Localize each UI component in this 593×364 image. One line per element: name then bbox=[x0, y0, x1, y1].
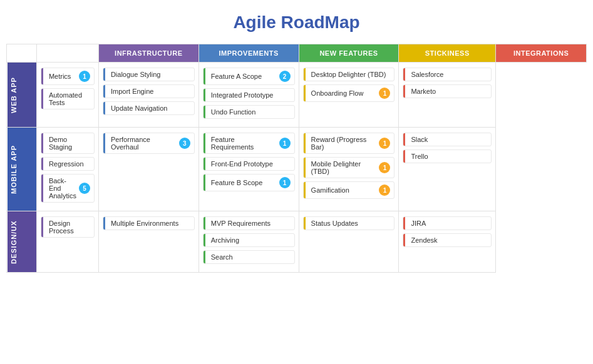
card[interactable]: Slack bbox=[403, 133, 492, 146]
card-text: MVP Requirements bbox=[207, 220, 291, 227]
card[interactable]: Mobile Delighter (TBD)1 bbox=[303, 157, 395, 178]
col-header-integrations: INTEGRATIONS bbox=[496, 44, 587, 63]
card-text: Desktop Delighter (TBD) bbox=[307, 71, 391, 78]
card-badge: 5 bbox=[79, 183, 90, 194]
card-text: Gamification bbox=[307, 186, 377, 194]
cell-web-app-improvements: Dialogue StylingImport EngineUpdate Navi… bbox=[98, 63, 199, 128]
card-badge: 3 bbox=[179, 138, 190, 149]
card[interactable]: JIRA bbox=[403, 216, 492, 230]
cell-mobile-app-integrations: SlackTrello bbox=[399, 128, 496, 211]
card-badge: 2 bbox=[279, 71, 291, 82]
cell-mobile-app-infrastructure: Demo StagingRegressionBack-End Analytics… bbox=[36, 128, 98, 211]
row-design-ux: DESIGN/UXDesign ProcessMultiple Environm… bbox=[7, 211, 587, 273]
corner-cell bbox=[7, 44, 37, 63]
card[interactable]: Desktop Delighter (TBD) bbox=[303, 68, 395, 81]
card-text: Reward (Progress Bar) bbox=[307, 136, 377, 151]
cell-web-app-stickiness: Desktop Delighter (TBD)Onboarding Flow1 bbox=[299, 63, 399, 128]
card[interactable]: Multiple Environments bbox=[103, 216, 195, 230]
card[interactable]: Automated Tests bbox=[41, 88, 95, 109]
card[interactable]: Design Process bbox=[41, 216, 95, 238]
card-text: Salesforce bbox=[407, 71, 487, 78]
card-text: Search bbox=[207, 253, 291, 261]
card[interactable]: Back-End Analytics5 bbox=[41, 174, 95, 203]
page-title: Agile RoadMap bbox=[6, 13, 587, 33]
card[interactable]: Zendesk bbox=[403, 233, 492, 247]
card[interactable]: Salesforce bbox=[403, 68, 492, 81]
card-text: Zendesk bbox=[407, 236, 487, 244]
cell-design-ux-new_features: MVP RequirementsArchivingSearch bbox=[199, 211, 299, 273]
card-text: Trello bbox=[407, 153, 487, 160]
cell-design-ux-infrastructure: Design Process bbox=[36, 211, 98, 273]
card-text: Dialogue Styling bbox=[107, 71, 190, 78]
card-text: Integrated Prototype bbox=[207, 91, 291, 99]
cell-web-app-integrations: SalesforceMarketo bbox=[399, 63, 496, 128]
card[interactable]: MVP Requirements bbox=[203, 216, 295, 230]
card[interactable]: Regression bbox=[41, 157, 95, 171]
cell-design-ux-improvements: Multiple Environments bbox=[98, 211, 199, 273]
card-text: Feature A Scope bbox=[207, 73, 277, 80]
cell-design-ux-stickiness: Status Updates bbox=[299, 211, 399, 273]
cell-design-ux-integrations: JIRAZendesk bbox=[399, 211, 496, 273]
card-badge: 1 bbox=[379, 162, 390, 173]
card-badge: 1 bbox=[279, 138, 291, 149]
card[interactable]: Marketo bbox=[403, 84, 492, 98]
card-text: Front-End Prototype bbox=[207, 160, 291, 168]
row-label-web-app: WEB APP bbox=[7, 63, 37, 128]
card-text: Mobile Delighter (TBD) bbox=[307, 160, 377, 175]
card-text: JIRA bbox=[407, 220, 487, 227]
card-text: Regression bbox=[45, 160, 90, 168]
col-header-new-features: NEW FEATURES bbox=[299, 44, 399, 63]
card[interactable]: Update Navigation bbox=[103, 101, 195, 115]
card[interactable]: Integrated Prototype bbox=[203, 88, 295, 102]
cell-mobile-app-new_features: Feature Requirements1Front-End Prototype… bbox=[199, 128, 299, 211]
card-text: Automated Tests bbox=[45, 91, 90, 106]
card[interactable]: Search bbox=[203, 250, 295, 264]
card-text: Back-End Analytics bbox=[45, 177, 76, 200]
row-mobile-app: MOBILE APPDemo StagingRegressionBack-End… bbox=[7, 128, 587, 211]
card-text: Slack bbox=[407, 136, 487, 143]
card[interactable]: Feature A Scope2 bbox=[203, 68, 295, 85]
card[interactable]: Import Engine bbox=[103, 84, 195, 98]
column-headers: INFRASTRUCTURE IMPROVEMENTS NEW FEATURES… bbox=[7, 44, 587, 63]
card[interactable]: Archiving bbox=[203, 233, 295, 247]
cell-mobile-app-improvements: Performance Overhaul3 bbox=[98, 128, 199, 211]
card[interactable]: Feature B Scope1 bbox=[203, 174, 295, 191]
card-text: Archiving bbox=[207, 236, 291, 244]
card[interactable]: Status Updates bbox=[303, 216, 395, 230]
roadmap-table: INFRASTRUCTURE IMPROVEMENTS NEW FEATURES… bbox=[6, 44, 587, 273]
card-badge: 1 bbox=[279, 177, 291, 188]
card[interactable]: Gamification1 bbox=[303, 181, 395, 199]
card-text: Demo Staging bbox=[45, 136, 90, 151]
card[interactable]: Reward (Progress Bar)1 bbox=[303, 133, 395, 154]
cell-mobile-app-stickiness: Reward (Progress Bar)1Mobile Delighter (… bbox=[299, 128, 399, 211]
card-text: Metrics bbox=[45, 73, 76, 80]
row-web-app: WEB APPMetrics1Automated TestsDialogue S… bbox=[7, 63, 587, 128]
card-badge: 1 bbox=[379, 185, 390, 196]
card-text: Status Updates bbox=[307, 220, 391, 227]
card-text: Import Engine bbox=[107, 88, 190, 95]
col-header-improvements: IMPROVEMENTS bbox=[199, 44, 299, 63]
card[interactable]: Undo Function bbox=[203, 105, 295, 119]
card-text: Multiple Environments bbox=[107, 220, 190, 227]
cell-web-app-new_features: Feature A Scope2Integrated PrototypeUndo… bbox=[199, 63, 299, 128]
card[interactable]: Performance Overhaul3 bbox=[103, 133, 195, 154]
card-text: Update Navigation bbox=[107, 104, 190, 112]
card[interactable]: Front-End Prototype bbox=[203, 157, 295, 171]
card[interactable]: Feature Requirements1 bbox=[203, 133, 295, 154]
card-text: Feature B Scope bbox=[207, 179, 277, 186]
card-text: Feature Requirements bbox=[207, 136, 277, 151]
row-label-mobile-app: MOBILE APP bbox=[7, 128, 37, 211]
card[interactable]: Demo Staging bbox=[41, 133, 95, 154]
card-text: Design Process bbox=[45, 220, 90, 235]
card[interactable]: Dialogue Styling bbox=[103, 68, 195, 81]
card-text: Performance Overhaul bbox=[107, 136, 177, 151]
row-label-header bbox=[36, 44, 98, 63]
card[interactable]: Metrics1 bbox=[41, 68, 95, 85]
card[interactable]: Trello bbox=[403, 149, 492, 163]
card-badge: 1 bbox=[379, 138, 390, 149]
card-badge: 1 bbox=[79, 71, 90, 82]
card[interactable]: Onboarding Flow1 bbox=[303, 84, 395, 102]
row-label-design-ux: DESIGN/UX bbox=[7, 211, 37, 273]
card-badge: 1 bbox=[379, 88, 390, 99]
card-text: Onboarding Flow bbox=[307, 89, 377, 97]
